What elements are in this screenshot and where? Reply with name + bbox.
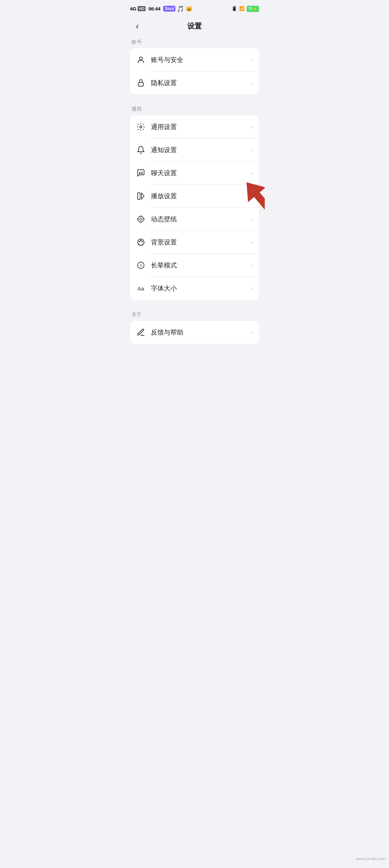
app-icon-3: 😺 xyxy=(185,5,193,12)
section-card-about: 反馈与帮助› xyxy=(130,321,259,344)
battery-indicator: 71 ⚡ xyxy=(247,6,259,12)
menu-text-font-size: 字体大小 xyxy=(151,284,251,293)
menu-item-font-size[interactable]: Aa 字体大小› xyxy=(130,277,259,300)
section-group-about: 关于 反馈与帮助› xyxy=(124,309,265,344)
menu-text-privacy: 隐私设置 xyxy=(151,79,251,87)
soul-icon: Soul xyxy=(163,6,175,12)
person-icon xyxy=(136,55,146,65)
chevron-right-icon-notification-settings: › xyxy=(251,146,253,154)
menu-text-dynamic-wallpaper: 动态壁纸 xyxy=(151,215,251,223)
back-icon: ‹ xyxy=(136,21,139,32)
status-right: 📳 📶 71 ⚡ xyxy=(232,6,259,12)
gear-icon xyxy=(136,122,146,132)
menu-item-account-security[interactable]: 账号与安全› xyxy=(130,48,259,71)
svg-point-12 xyxy=(142,241,143,242)
chevron-right-icon-general-settings: › xyxy=(251,123,253,131)
back-button[interactable]: ‹ xyxy=(130,19,144,33)
wallpaper-icon xyxy=(136,214,146,224)
svg-point-8 xyxy=(138,216,144,222)
menu-text-elder-mode: 长辈模式 xyxy=(151,261,251,270)
menu-text-feedback: 反馈与帮助 xyxy=(151,328,251,337)
signal-strength: 4G xyxy=(130,6,136,12)
svg-point-2 xyxy=(140,126,142,128)
time: 06:44 xyxy=(148,6,160,12)
svg-rect-5 xyxy=(138,193,140,199)
menu-item-elder-mode[interactable]: A 长辈模式› xyxy=(130,254,259,277)
vibrate-icon: 📳 xyxy=(232,6,237,11)
section-card-general: 通用设置› 通知设置› 聊天设置› 播放设置› 动态壁纸› 背景设置› A 长 xyxy=(130,115,259,300)
section-label-about: 关于 xyxy=(124,309,265,321)
chevron-right-icon-background-settings: › xyxy=(251,239,253,246)
menu-item-background-settings[interactable]: 背景设置› xyxy=(130,231,259,254)
menu-item-dynamic-wallpaper[interactable]: 动态壁纸› xyxy=(130,208,259,231)
hd-badge: HD xyxy=(138,6,146,11)
play-icon xyxy=(136,191,146,201)
chat-icon xyxy=(136,168,146,178)
lock-icon xyxy=(136,78,146,88)
elder-icon: A xyxy=(136,260,146,270)
section-card-account: 账号与安全› 隐私设置› xyxy=(130,48,259,94)
app-icon-2: 🎵 xyxy=(177,5,184,12)
svg-point-0 xyxy=(139,57,142,60)
edit-icon xyxy=(136,327,146,337)
svg-point-4 xyxy=(142,173,143,174)
nav-bar: ‹ 设置 xyxy=(124,16,265,36)
page-title: 设置 xyxy=(187,21,202,31)
svg-rect-1 xyxy=(138,83,143,86)
palette-icon xyxy=(136,237,146,247)
section-label-general: 通用 xyxy=(124,103,265,115)
wifi-icon: 📶 xyxy=(239,6,245,11)
chevron-right-icon-account-security: › xyxy=(251,56,253,64)
menu-text-general-settings: 通用设置 xyxy=(151,123,251,131)
menu-text-chat-settings: 聊天设置 xyxy=(151,169,251,177)
section-group-account: 账号 账号与安全› 隐私设置› xyxy=(124,36,265,94)
settings-list: 账号 账号与安全› 隐私设置›通用 通用设置› 通知设置› 聊天设置› 播放设置… xyxy=(124,36,265,344)
bell-icon xyxy=(136,145,146,155)
menu-text-background-settings: 背景设置 xyxy=(151,238,251,247)
menu-item-playback-settings[interactable]: 播放设置› xyxy=(130,185,259,208)
svg-point-11 xyxy=(140,240,141,241)
status-left: 4G HD 06:44 Soul 🎵 😺 xyxy=(130,5,193,12)
svg-point-3 xyxy=(139,173,140,174)
menu-text-playback-settings: 播放设置 xyxy=(151,192,251,200)
svg-point-7 xyxy=(140,218,142,220)
menu-text-account-security: 账号与安全 xyxy=(151,56,251,64)
svg-text:Aa: Aa xyxy=(138,285,144,292)
menu-item-notification-settings[interactable]: 通知设置› xyxy=(130,138,259,161)
menu-item-feedback[interactable]: 反馈与帮助› xyxy=(130,321,259,344)
menu-item-chat-settings[interactable]: 聊天设置› xyxy=(130,161,259,185)
chevron-right-icon-elder-mode: › xyxy=(251,262,253,269)
svg-point-10 xyxy=(139,241,140,242)
bolt-icon: ⚡ xyxy=(252,6,258,11)
chevron-right-icon-feedback: › xyxy=(251,329,253,336)
status-bar: 4G HD 06:44 Soul 🎵 😺 📳 📶 71 ⚡ xyxy=(124,0,265,16)
svg-text:A: A xyxy=(139,264,142,267)
menu-item-privacy[interactable]: 隐私设置› xyxy=(130,71,259,94)
section-group-general: 通用 通用设置› 通知设置› 聊天设置› 播放设置› 动态壁纸› 背景设置› xyxy=(124,103,265,300)
svg-marker-6 xyxy=(142,193,144,199)
font-icon: Aa xyxy=(136,283,146,293)
chevron-right-icon-dynamic-wallpaper: › xyxy=(251,216,253,223)
chevron-right-icon-playback-settings: › xyxy=(251,192,253,200)
chevron-right-icon-privacy: › xyxy=(251,79,253,87)
section-label-account: 账号 xyxy=(124,36,265,48)
menu-text-notification-settings: 通知设置 xyxy=(151,146,251,154)
chevron-right-icon-chat-settings: › xyxy=(251,169,253,177)
chevron-right-icon-font-size: › xyxy=(251,285,253,292)
menu-item-general-settings[interactable]: 通用设置› xyxy=(130,115,259,138)
